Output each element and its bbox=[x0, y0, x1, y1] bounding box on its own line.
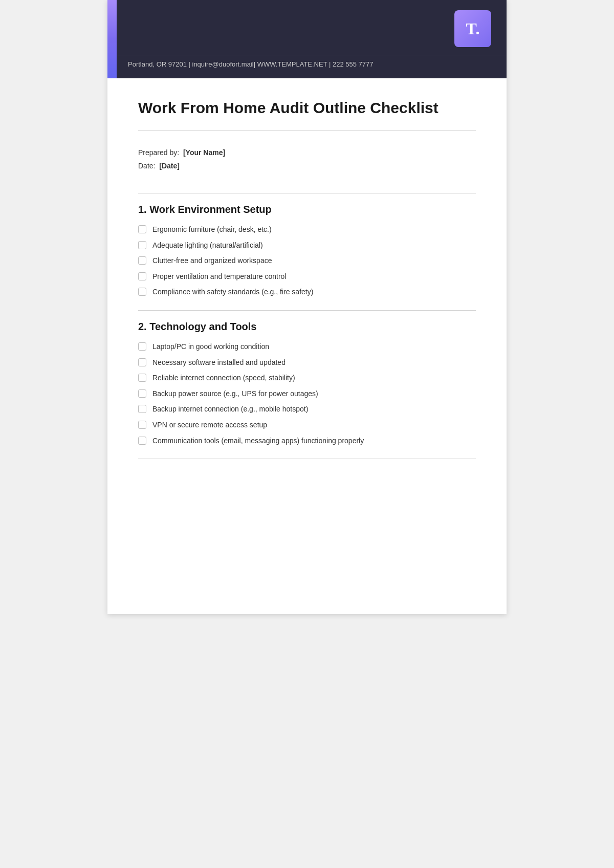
list-item-text: Proper ventilation and temperature contr… bbox=[152, 272, 286, 282]
section-title-1: 1. Work Environment Setup bbox=[138, 204, 476, 215]
divider-2 bbox=[138, 193, 476, 193]
list-item-text: Ergonomic furniture (chair, desk, etc.) bbox=[152, 225, 272, 235]
checkbox[interactable] bbox=[138, 256, 146, 265]
list-item: Clutter-free and organized workspace bbox=[138, 256, 476, 266]
checkbox[interactable] bbox=[138, 421, 146, 429]
date-label: Date: bbox=[138, 162, 155, 170]
header: T. Portland, OR 97201 | inquire@duofort.… bbox=[107, 0, 507, 78]
divider-section-2 bbox=[138, 459, 476, 459]
document-page: T. Portland, OR 97201 | inquire@duofort.… bbox=[107, 0, 507, 614]
contact-info: Portland, OR 97201 | inquire@duofort.mai… bbox=[128, 60, 374, 68]
header-contact: Portland, OR 97201 | inquire@duofort.mai… bbox=[107, 55, 507, 78]
checkbox[interactable] bbox=[138, 405, 146, 413]
prepared-by-value: [Your Name] bbox=[183, 148, 225, 157]
list-item-text: Clutter-free and organized workspace bbox=[152, 256, 272, 266]
checkbox[interactable] bbox=[138, 241, 146, 249]
header-accent bbox=[107, 0, 117, 78]
checkbox[interactable] bbox=[138, 358, 146, 366]
list-item-text: Backup power source (e.g., UPS for power… bbox=[152, 389, 318, 399]
list-item: Proper ventilation and temperature contr… bbox=[138, 272, 476, 282]
list-item-text: Adequate lighting (natural/artificial) bbox=[152, 241, 263, 251]
divider-1 bbox=[138, 130, 476, 131]
date-line: Date: [Date] bbox=[138, 162, 476, 170]
list-item-text: Compliance with safety standards (e.g., … bbox=[152, 287, 313, 297]
meta-section: Prepared by: [Your Name] Date: [Date] bbox=[138, 141, 476, 183]
list-item: Backup internet connection (e.g., mobile… bbox=[138, 404, 476, 415]
list-item: VPN or secure remote access setup bbox=[138, 420, 476, 430]
checkbox[interactable] bbox=[138, 374, 146, 382]
list-item-text: Reliable internet connection (speed, sta… bbox=[152, 373, 295, 383]
header-logo-area: T. bbox=[107, 0, 507, 52]
section-1: 1. Work Environment SetupErgonomic furni… bbox=[138, 204, 476, 297]
checkbox[interactable] bbox=[138, 389, 146, 398]
checkbox[interactable] bbox=[138, 342, 146, 351]
checkbox[interactable] bbox=[138, 272, 146, 280]
list-item: Communication tools (email, messaging ap… bbox=[138, 436, 476, 446]
list-item-text: Communication tools (email, messaging ap… bbox=[152, 436, 364, 446]
list-item: Laptop/PC in good working condition bbox=[138, 342, 476, 352]
checkbox[interactable] bbox=[138, 225, 146, 233]
section-title-2: 2. Technology and Tools bbox=[138, 321, 476, 333]
section-2: 2. Technology and ToolsLaptop/PC in good… bbox=[138, 321, 476, 446]
list-item-text: Backup internet connection (e.g., mobile… bbox=[152, 404, 308, 415]
sections-container: 1. Work Environment SetupErgonomic furni… bbox=[138, 204, 476, 459]
list-item-text: VPN or secure remote access setup bbox=[152, 420, 267, 430]
list-item-text: Laptop/PC in good working condition bbox=[152, 342, 269, 352]
list-item: Ergonomic furniture (chair, desk, etc.) bbox=[138, 225, 476, 235]
checklist-1: Ergonomic furniture (chair, desk, etc.)A… bbox=[138, 225, 476, 297]
list-item: Compliance with safety standards (e.g., … bbox=[138, 287, 476, 297]
checkbox[interactable] bbox=[138, 437, 146, 445]
list-item: Adequate lighting (natural/artificial) bbox=[138, 241, 476, 251]
content-area: Work From Home Audit Outline Checklist P… bbox=[107, 78, 507, 490]
logo-letter: T. bbox=[466, 19, 480, 38]
date-value: [Date] bbox=[159, 162, 180, 170]
document-title: Work From Home Audit Outline Checklist bbox=[138, 99, 476, 117]
prepared-by-label: Prepared by: bbox=[138, 148, 179, 157]
list-item: Backup power source (e.g., UPS for power… bbox=[138, 389, 476, 399]
list-item-text: Necessary software installed and updated bbox=[152, 358, 286, 368]
prepared-by-line: Prepared by: [Your Name] bbox=[138, 148, 476, 157]
list-item: Reliable internet connection (speed, sta… bbox=[138, 373, 476, 383]
divider-section-1 bbox=[138, 310, 476, 311]
checklist-2: Laptop/PC in good working conditionNeces… bbox=[138, 342, 476, 446]
logo-box: T. bbox=[454, 10, 491, 47]
checkbox[interactable] bbox=[138, 288, 146, 296]
list-item: Necessary software installed and updated bbox=[138, 358, 476, 368]
